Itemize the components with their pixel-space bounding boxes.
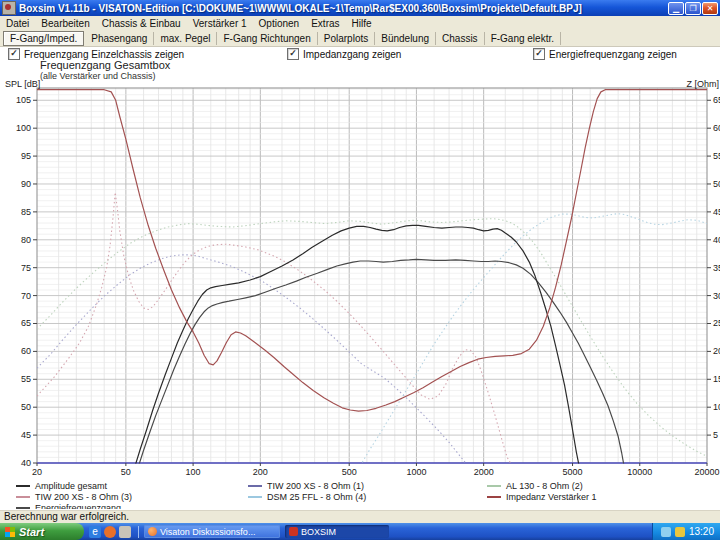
svg-text:5000: 5000 [563,467,583,477]
series-tiw1 [37,255,468,466]
system-tray: 13:20 [652,523,720,540]
svg-text:50: 50 [21,402,31,412]
legend-column: TIW 200 XS - 8 Ohm (1)DSM 25 FFL - 8 Ohm… [248,480,366,502]
svg-text:60: 60 [713,123,720,133]
tab-f-gang-imped-[interactable]: F-Gang/Imped. [3,31,84,46]
legend-swatch-amplitude [16,485,30,487]
svg-text:50: 50 [121,467,131,477]
legend-item-tiw1: TIW 200 XS - 8 Ohm (1) [248,480,366,491]
legend-item-amplitude: Amplitude gesamt [16,480,132,491]
tab-b-ndelung[interactable]: Bündelung [375,32,436,45]
titlebar: Boxsim V1.11b - VISATON-Edition [C:\DOKU… [0,0,720,16]
menu-item-verst-rker-1[interactable]: Verstärker 1 [187,18,253,29]
legend-swatch-impedanz [487,496,501,498]
tab-phasengang[interactable]: Phasengang [85,32,154,45]
svg-text:95: 95 [21,151,31,161]
svg-text:90: 90 [21,179,31,189]
tab-f-gang-richtungen[interactable]: F-Gang Richtungen [217,32,317,45]
svg-text:55: 55 [21,374,31,384]
media-player-icon[interactable] [119,526,131,538]
taskbar-clock[interactable]: 13:20 [689,526,714,537]
menu-item-chassis-einbau[interactable]: Chassis & Einbau [96,18,187,29]
svg-text:25: 25 [713,318,720,328]
svg-text:30: 30 [713,291,720,301]
svg-text:60: 60 [21,346,31,356]
svg-text:10000: 10000 [627,467,652,477]
svg-text:70: 70 [21,291,31,301]
legend-column: AL 130 - 8 Ohm (2)Impedanz Verstärker 1 [487,480,597,502]
ie-icon[interactable]: e [89,526,101,538]
svg-text:200: 200 [253,467,268,477]
svg-text:105: 105 [16,95,31,105]
taskbar-window-boxsim[interactable]: BOXSIM [285,525,389,538]
task-label: Visaton Diskussionsfo... [160,527,255,537]
svg-text:1000: 1000 [406,467,426,477]
tab-max-pegel[interactable]: max. Pegel [154,32,217,45]
minimize-button[interactable]: ▁ [668,2,684,15]
legend-item-impedanz: Impedanz Verstärker 1 [487,491,597,502]
svg-text:85: 85 [21,207,31,217]
task-buttons: Visaton Diskussionsfo...BOXSIM [139,525,389,538]
legend-swatch-tiw3 [16,496,30,498]
tab-chassis[interactable]: Chassis [436,32,485,45]
legend-swatch-al130 [487,485,501,487]
legend-swatch-tiw1 [248,485,262,487]
firefox-icon[interactable] [104,526,116,538]
series-impedanz [37,90,707,411]
legend-item-tiw3: TIW 200 XS - 8 Ohm (3) [16,491,132,502]
legend-label: Amplitude gesamt [35,481,107,491]
volume-icon[interactable] [661,527,671,537]
start-label: Start [19,526,44,538]
y-left-axis-label: SPL [dB] [5,79,40,89]
menubar: DateiBearbeitenChassis & EinbauVerstärke… [0,16,720,31]
svg-text:20000: 20000 [694,467,719,477]
menu-item-extras[interactable]: Extras [305,18,345,29]
svg-text:35: 35 [713,263,720,273]
boxsim-icon [289,527,298,536]
legend-label: Impedanz Verstärker 1 [506,492,597,502]
menu-item-optionen[interactable]: Optionen [253,18,306,29]
tab-polarplots[interactable]: Polarplots [318,32,375,45]
svg-text:55: 55 [713,151,720,161]
maximize-button[interactable]: ❐ [685,2,701,15]
legend-label: TIW 200 XS - 8 Ohm (3) [35,492,132,502]
legend-swatch-dsm [248,496,262,498]
windows-flag-icon [5,527,15,537]
taskbar: Start e Visaton Diskussionsfo...BOXSIM 1… [0,523,720,540]
svg-text:50: 50 [713,179,720,189]
legend-item-al130: AL 130 - 8 Ohm (2) [487,480,597,491]
app-icon[interactable] [2,1,16,15]
svg-text:75: 75 [21,263,31,273]
svg-text:45: 45 [713,207,720,217]
svg-text:65: 65 [713,95,720,105]
svg-text:80: 80 [21,235,31,245]
taskbar-window-visaton-diskussionsfo-[interactable]: Visaton Diskussionsfo... [144,525,280,538]
svg-text:10: 10 [713,402,720,412]
legend-label: DSM 25 FFL - 8 Ohm (4) [267,492,366,502]
svg-text:5: 5 [713,430,718,440]
svg-text:2000: 2000 [474,467,494,477]
svg-text:20: 20 [32,467,42,477]
chart-subtitle: (alle Verstärker und Chassis) [40,71,156,81]
update-shield-icon[interactable] [675,527,685,537]
status-bar: Berechnung war erfolgreich. [0,509,720,523]
y-right-axis-label: Z [Ohm] [686,79,719,89]
menu-item-hilfe[interactable]: Hilfe [346,18,378,29]
tabbar: F-Gang/Imped.Phasengangmax. PegelF-Gang … [0,30,720,47]
menu-item-datei[interactable]: Datei [0,18,35,29]
svg-text:100: 100 [16,123,31,133]
chart-title: Frequenzgang Gesamtbox [40,59,170,71]
window-title: Boxsim V1.11b - VISATON-Edition [C:\DOKU… [19,3,668,14]
svg-text:100: 100 [186,467,201,477]
svg-text:40: 40 [21,458,31,468]
start-button[interactable]: Start [0,523,84,540]
legend-label: TIW 200 XS - 8 Ohm (1) [267,481,364,491]
svg-text:40: 40 [713,235,720,245]
svg-text:65: 65 [21,318,31,328]
svg-text:15: 15 [713,374,720,384]
svg-text:500: 500 [342,467,357,477]
close-button[interactable]: ✕ [702,2,718,15]
menu-item-bearbeiten[interactable]: Bearbeiten [35,18,95,29]
tab-f-gang-elektr-[interactable]: F-Gang elektr. [485,32,561,45]
firefox-icon [148,527,157,536]
